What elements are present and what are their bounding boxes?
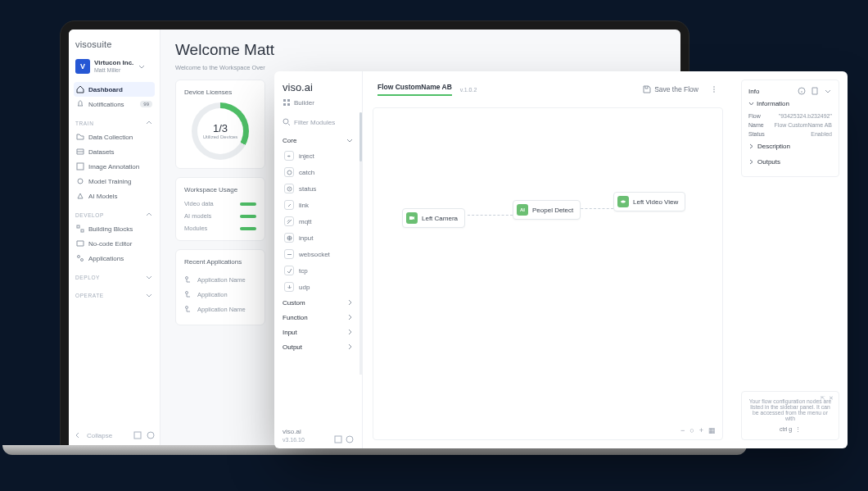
grid-icon bbox=[283, 98, 291, 107]
chevron-up-icon bbox=[145, 211, 153, 219]
filter-modules[interactable]: Filter Modules bbox=[283, 118, 354, 126]
collapse-sidebar[interactable]: Collapse bbox=[74, 428, 155, 439]
nav-image-annotation[interactable]: Image Annotation bbox=[74, 159, 155, 174]
flow-node-camera[interactable]: Left Camera bbox=[402, 208, 465, 228]
org-user: Matt Miller bbox=[94, 67, 133, 74]
info-panel: Info Information Flow"93425324.b232492" … bbox=[733, 71, 848, 448]
blocks-icon bbox=[76, 225, 84, 233]
svg-point-15 bbox=[283, 119, 288, 124]
expand-icon[interactable] bbox=[334, 435, 342, 443]
nav-dashboard[interactable]: Dashboard bbox=[74, 82, 155, 97]
chevron-down-icon bbox=[346, 136, 354, 144]
svg-point-7 bbox=[147, 432, 154, 439]
nav-data-collection[interactable]: Data Collection bbox=[74, 130, 155, 144]
svg-point-5 bbox=[81, 259, 84, 261]
chevron-down-icon[interactable] bbox=[824, 87, 832, 95]
recent-app[interactable]: Application bbox=[184, 287, 256, 302]
svg-point-21 bbox=[346, 436, 353, 443]
builder-mode[interactable]: Builder bbox=[283, 98, 354, 107]
node-udp[interactable]: udp bbox=[283, 279, 354, 295]
gauge-label: Utilized Devices bbox=[203, 134, 238, 140]
chevron-down-icon bbox=[145, 291, 153, 299]
scrollbar-thumb[interactable] bbox=[359, 112, 362, 161]
flow-canvas[interactable]: Left Camera AI Peopel Detect Left Video … bbox=[373, 107, 723, 440]
udp-icon bbox=[284, 282, 294, 292]
zoom-out-button[interactable]: − bbox=[680, 426, 685, 434]
canvas-area: Flow CustomName AB v.1.0.2 Save the Flow… bbox=[363, 71, 733, 448]
flow-node-video-view[interactable]: Left Video View bbox=[613, 192, 685, 211]
node-inject[interactable]: inject bbox=[283, 148, 354, 164]
nav-notifications[interactable]: Notifications 99 bbox=[74, 97, 155, 111]
ai-icon: AI bbox=[517, 204, 528, 216]
node-link[interactable]: link bbox=[283, 197, 354, 213]
zoom-reset-button[interactable]: ○ bbox=[689, 426, 694, 434]
eye-icon bbox=[617, 196, 629, 207]
node-mqtt[interactable]: mqtt bbox=[283, 213, 354, 230]
builder-window: viso.ai Builder Filter Modules Core inje… bbox=[274, 71, 848, 448]
svg-rect-13 bbox=[283, 103, 286, 106]
org-switcher[interactable]: V Virtucon Inc. Matt Miller bbox=[74, 57, 155, 75]
train-icon bbox=[76, 177, 84, 185]
info-section-description[interactable]: Description bbox=[748, 139, 832, 154]
canvas-header: Flow CustomName AB v.1.0.2 Save the Flow bbox=[363, 71, 733, 101]
save-flow-button[interactable]: Save the Flow bbox=[643, 85, 698, 93]
svg-rect-2 bbox=[77, 225, 79, 228]
info-icon[interactable] bbox=[798, 87, 806, 95]
nav-building-blocks[interactable]: Building Blocks bbox=[74, 221, 155, 236]
group-title-develop[interactable]: DEVELOP bbox=[74, 203, 155, 221]
nav-datasets[interactable]: Datasets bbox=[74, 144, 155, 159]
gauge-value: 1/3 bbox=[213, 122, 228, 134]
flow-node-detect[interactable]: AI Peopel Detect bbox=[513, 200, 581, 220]
category-custom[interactable]: Custom bbox=[283, 295, 354, 310]
node-tcp[interactable]: tcp bbox=[283, 262, 354, 279]
pin-icon[interactable]: ⇱ bbox=[821, 395, 825, 402]
tcp-icon bbox=[284, 266, 294, 275]
category-output[interactable]: Output bbox=[283, 339, 354, 354]
map-toggle-button[interactable]: ▦ bbox=[708, 426, 716, 434]
card-title: Workspace Usage bbox=[184, 186, 256, 193]
welcome-heading: Welcome Matt bbox=[175, 41, 666, 59]
info-section-information[interactable]: Information bbox=[748, 100, 832, 107]
canvas-tools: − ○ + ▦ bbox=[680, 426, 716, 434]
recent-app[interactable]: Application Name bbox=[184, 302, 256, 316]
editor-icon bbox=[76, 239, 84, 248]
group-title-train[interactable]: TRAIN bbox=[74, 111, 155, 130]
nav-model-training[interactable]: Model Training bbox=[74, 174, 155, 189]
nav-ai-models[interactable]: AI Models bbox=[74, 189, 155, 203]
nav-nocode-editor[interactable]: No-code Editor bbox=[74, 236, 155, 251]
bell-icon bbox=[76, 100, 84, 108]
help-icon bbox=[147, 431, 155, 439]
camera-icon bbox=[406, 212, 418, 224]
category-function[interactable]: Function bbox=[283, 310, 354, 325]
category-input[interactable]: Input bbox=[283, 325, 354, 339]
info-section-outputs[interactable]: Outputs bbox=[748, 154, 832, 170]
info-header: Info bbox=[748, 88, 759, 95]
app-icon bbox=[184, 305, 192, 313]
svg-point-23 bbox=[713, 89, 715, 90]
zoom-in-button[interactable]: + bbox=[699, 426, 703, 434]
svg-rect-14 bbox=[287, 103, 290, 106]
nav-applications[interactable]: Applications bbox=[74, 251, 155, 266]
node-catch[interactable]: catch bbox=[283, 164, 354, 180]
svg-point-22 bbox=[713, 86, 715, 88]
group-title-operate[interactable]: OPERATE bbox=[74, 284, 155, 302]
help-icon[interactable] bbox=[346, 435, 354, 443]
svg-point-9 bbox=[186, 292, 188, 294]
category-core[interactable]: Core bbox=[283, 133, 354, 148]
chevron-right-icon bbox=[346, 343, 354, 351]
recent-app[interactable]: Application Name bbox=[184, 272, 256, 287]
welcome-subtext: Welcome to the Workspace Over bbox=[175, 64, 666, 71]
svg-point-24 bbox=[713, 91, 715, 93]
node-status[interactable]: status bbox=[283, 180, 354, 197]
book-icon[interactable] bbox=[811, 87, 819, 95]
svg-rect-11 bbox=[283, 99, 286, 102]
svg-rect-3 bbox=[81, 230, 84, 232]
chevron-down-icon bbox=[138, 62, 146, 70]
link-icon bbox=[284, 200, 294, 210]
node-input[interactable]: input bbox=[283, 230, 354, 246]
close-icon[interactable]: ✕ bbox=[829, 395, 834, 402]
group-title-deploy[interactable]: DEPLOY bbox=[74, 266, 155, 284]
flow-name-tab[interactable]: Flow CustomName AB bbox=[377, 83, 452, 96]
node-websocket[interactable]: websocket bbox=[283, 246, 354, 262]
more-icon[interactable] bbox=[710, 85, 718, 93]
